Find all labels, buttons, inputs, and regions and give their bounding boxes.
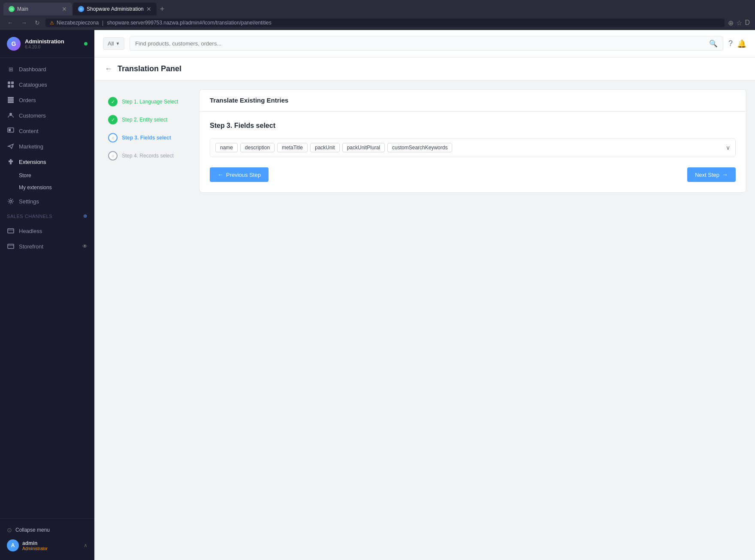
dashboard-icon: ⊞ <box>7 65 15 73</box>
browser-refresh-btn[interactable]: ↻ <box>33 18 42 27</box>
field-tag-name[interactable]: name <box>215 143 238 152</box>
tab-shopware-icon: G <box>78 6 84 12</box>
settings-icon <box>7 197 15 205</box>
search-input[interactable] <box>135 40 706 47</box>
main-content: All ▼ 🔍 ? 🔔 ← Translation Panel <box>94 30 755 560</box>
wizard-step-4[interactable]: ○ Step 4. Records select <box>103 148 189 164</box>
search-filter-label: All <box>108 40 114 47</box>
sidebar-item-extensions[interactable]: Extensions <box>0 154 94 170</box>
browser-forward-btn[interactable]: → <box>19 18 29 27</box>
sidebar-item-orders-label: Orders <box>19 97 36 103</box>
topbar-actions: ? 🔔 <box>728 39 746 48</box>
svg-rect-3 <box>11 85 14 88</box>
action-row: ← Previous Step Next Step → <box>210 167 736 182</box>
search-filter-dropdown[interactable]: All ▼ <box>103 37 124 50</box>
wizard-layout: ✓ Step 1. Language Select ✓ Step 2. Enti… <box>103 89 746 193</box>
sidebar-item-storefront[interactable]: Storefront 👁 <box>0 239 94 254</box>
step4-label: Step 4. Records select <box>122 153 174 159</box>
next-step-label: Next Step <box>695 172 719 178</box>
collapse-menu-btn[interactable]: ⊙ Collapse menu <box>7 524 88 536</box>
wizard-step-2[interactable]: ✓ Step 2. Entity select <box>103 112 189 128</box>
sidebar-item-orders[interactable]: Orders <box>0 92 94 108</box>
user-avatar: A <box>7 539 19 551</box>
sidebar-version: 6.4.20.0 <box>25 45 64 49</box>
sidebar-item-content[interactable]: Content <box>0 123 94 139</box>
fields-selector[interactable]: name description metaTitle packUnit pack… <box>210 138 736 157</box>
svg-rect-11 <box>8 229 14 233</box>
extensions-icon <box>7 158 15 166</box>
profile-btn[interactable]: D <box>745 19 750 27</box>
help-btn[interactable]: ? <box>728 39 733 48</box>
step4-indicator: ○ <box>108 151 118 160</box>
next-arrow-icon: → <box>722 171 728 178</box>
field-tag-packunit[interactable]: packUnit <box>310 143 340 152</box>
sidebar-item-catalogues[interactable]: Catalogues <box>0 77 94 92</box>
sidebar-item-my-extensions[interactable]: My extensions <box>0 182 94 194</box>
sidebar-item-marketing-label: Marketing <box>19 143 43 150</box>
storefront-eye-icon: 👁 <box>82 243 88 249</box>
fields-dropdown-icon[interactable]: ∨ <box>726 144 730 151</box>
sidebar-item-settings[interactable]: Settings <box>0 194 94 209</box>
bookmark-btn[interactable]: ☆ <box>736 19 742 27</box>
step2-label: Step 2. Entity select <box>122 117 167 123</box>
sales-channels-section: Sales Channels ⊕ <box>0 209 94 223</box>
user-profile[interactable]: A admin Administrator ∧ <box>7 536 88 555</box>
field-tag-description[interactable]: description <box>240 143 275 152</box>
sidebar-header: G Administration 6.4.20.0 <box>0 30 94 58</box>
previous-step-button[interactable]: ← Previous Step <box>210 167 269 182</box>
notifications-btn[interactable]: 🔔 <box>737 39 746 48</box>
field-tag-customsearchkeywords[interactable]: customSearchKeywords <box>387 143 452 152</box>
tab-main-label: Main <box>17 6 28 12</box>
marketing-icon <box>7 142 15 150</box>
step1-indicator: ✓ <box>108 97 118 106</box>
back-button[interactable]: ← <box>105 64 112 73</box>
tab-main[interactable]: G Main ✕ <box>3 3 72 15</box>
svg-rect-4 <box>8 97 14 99</box>
extensions-btn[interactable]: ⊕ <box>728 19 734 27</box>
field-tag-metatitle[interactable]: metaTitle <box>277 143 308 152</box>
sidebar-item-store[interactable]: Store <box>0 170 94 182</box>
sidebar-item-content-label: Content <box>19 128 39 134</box>
tab-shopware-close[interactable]: ✕ <box>146 6 151 12</box>
wizard-card: Translate Existing Entries Step 3. Field… <box>199 89 746 193</box>
page-title: Translation Panel <box>118 64 181 73</box>
field-tag-packunitplural[interactable]: packUnitPlural <box>342 143 385 152</box>
sidebar-item-customers-label: Customers <box>19 112 46 119</box>
my-extensions-label: My extensions <box>19 185 52 191</box>
prev-arrow-icon: ← <box>217 171 223 178</box>
sidebar-item-dashboard[interactable]: ⊞ Dashboard <box>0 61 94 77</box>
lock-icon: ⚠ <box>50 20 54 26</box>
wizard-steps: ✓ Step 1. Language Select ✓ Step 2. Enti… <box>103 89 189 193</box>
orders-icon <box>7 96 15 104</box>
search-box[interactable]: 🔍 <box>130 36 723 51</box>
sidebar-item-settings-label: Settings <box>19 198 39 205</box>
svg-rect-1 <box>11 82 14 84</box>
page-content: ← Translation Panel ✓ Step 1. Language S… <box>94 58 755 560</box>
wizard-step-3[interactable]: ○ Step 3. Fields select <box>103 130 189 146</box>
sidebar-item-headless-label: Headless <box>19 228 42 234</box>
card-header: Translate Existing Entries <box>199 90 746 112</box>
next-step-button[interactable]: Next Step → <box>687 167 736 182</box>
wizard-step-1[interactable]: ✓ Step 1. Language Select <box>103 94 189 110</box>
svg-rect-12 <box>8 244 14 248</box>
collapse-icon: ⊙ <box>7 527 12 533</box>
sidebar-logo: G <box>7 37 21 51</box>
sidebar-item-headless[interactable]: Headless <box>0 223 94 239</box>
add-sales-channel-btn[interactable]: ⊕ <box>83 213 88 219</box>
address-bar[interactable]: ⚠ Niezabezpieczona | shopware.server9997… <box>45 18 725 27</box>
tab-shopware-label: Shopware Administration <box>87 6 144 12</box>
catalogues-icon <box>7 81 15 88</box>
svg-rect-0 <box>8 82 10 84</box>
sidebar-brand-info: Administration 6.4.20.0 <box>25 38 64 49</box>
sidebar-item-customers[interactable]: Customers <box>0 108 94 123</box>
sidebar-item-catalogues-label: Catalogues <box>19 82 47 88</box>
step3-indicator: ○ <box>108 133 118 142</box>
headless-icon <box>7 227 15 235</box>
content-icon <box>7 127 15 135</box>
tab-main-close[interactable]: ✕ <box>62 6 67 12</box>
sidebar-item-marketing[interactable]: Marketing <box>0 139 94 154</box>
user-role: Administrator <box>22 546 48 551</box>
browser-back-btn[interactable]: ← <box>5 18 15 27</box>
new-tab-button[interactable]: + <box>157 5 167 14</box>
tab-shopware[interactable]: G Shopware Administration ✕ <box>73 3 157 15</box>
